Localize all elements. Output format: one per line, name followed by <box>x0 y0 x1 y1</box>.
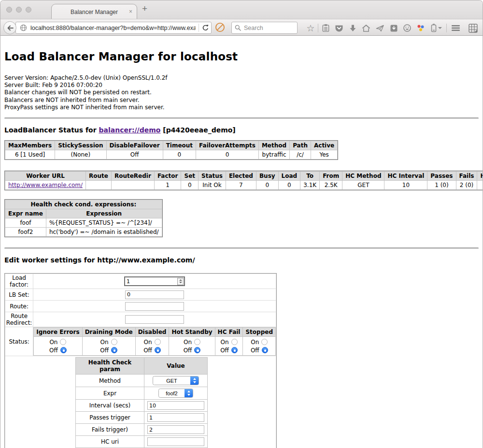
off-label: Off <box>184 347 192 354</box>
bookmarks-menu-icon[interactable] <box>320 23 331 33</box>
back-arrow-icon <box>7 25 14 31</box>
col-ignore-errors: Ignore Errors <box>34 328 82 337</box>
expr-table-title: Health check cond. expressions: <box>5 200 162 209</box>
status-label: Status: <box>5 327 33 356</box>
load-factor-input[interactable]: 1 <box>124 276 185 286</box>
lb-set-input[interactable] <box>125 290 184 299</box>
col-to: To <box>300 172 320 181</box>
radio-draining-mode-on[interactable] <box>111 339 117 345</box>
bookmark-star-icon[interactable]: ☆ <box>305 23 316 33</box>
table-caption-row: Health check cond. expressions: <box>5 200 162 209</box>
home-icon[interactable] <box>361 23 371 33</box>
url-text[interactable]: localhost:8880/balancer-manager?b=demo&w… <box>30 25 196 31</box>
radio-hc-fail-off[interactable] <box>231 347 238 353</box>
pocket-icon[interactable] <box>334 23 344 33</box>
colored-dots-icon[interactable] <box>415 23 426 33</box>
radio-ignore-errors-on[interactable] <box>60 339 66 345</box>
col-disabled: Disabled <box>135 328 169 337</box>
reload-icon[interactable] <box>202 24 209 31</box>
off-label: Off <box>49 347 58 354</box>
col-route: Route <box>86 172 112 181</box>
on-label: On <box>221 339 229 346</box>
load-factor-value: 1 <box>127 278 177 285</box>
col-stickysession: StickySession <box>55 141 106 150</box>
horizontal-rule <box>4 247 479 249</box>
server-built: Server Built: Feb 9 2016 07:00:20 <box>4 82 479 89</box>
window-close-button[interactable] <box>6 7 12 13</box>
on-label: On <box>143 339 152 346</box>
radio-hot-standby-on[interactable] <box>194 339 200 345</box>
browser-window: Balancer Manager × + localhost:8880/bala… <box>0 0 483 448</box>
number-stepper-icon[interactable] <box>177 278 184 285</box>
hc-row-uri: HC uri <box>76 436 208 448</box>
route-redirect-input[interactable] <box>125 315 184 324</box>
form-row-lb-set: LB Set: <box>5 289 276 301</box>
horizontal-rule <box>4 117 479 119</box>
send-tab-icon[interactable] <box>375 23 385 33</box>
table-header-row: Expr name Expression <box>5 209 162 218</box>
downloads-icon[interactable] <box>347 23 358 33</box>
search-bar[interactable]: Search <box>231 22 298 34</box>
on-label: On <box>251 339 259 346</box>
col-stopped: Stopped <box>243 328 276 337</box>
col-expression: Expression <box>46 209 162 218</box>
search-icon <box>235 25 241 31</box>
table-row: 6 [1 Used] (None) Off 0 0 bytraffic /c/ … <box>5 150 338 159</box>
edit-worker-form: Load factor: 1 LB Set: Route: <box>4 273 277 448</box>
radio-disabled-on[interactable] <box>155 339 161 345</box>
hc-fails-input[interactable] <box>147 425 204 434</box>
hc-interval-label: Interval (secs) <box>76 400 144 412</box>
menu-hamburger-icon[interactable] <box>450 23 461 33</box>
table-header-row: Worker URL Route RouteRedir Factor Set S… <box>5 172 483 181</box>
balancer-link[interactable]: balancer://demo <box>99 126 161 134</box>
load-factor-label: Load factor: <box>5 274 33 289</box>
tab-close-icon[interactable]: × <box>129 8 132 15</box>
notice-inherit-balancers: Balancers are NOT inherited from main se… <box>4 97 479 104</box>
radio-hot-standby-off[interactable] <box>194 347 200 353</box>
col-failoverattempts: FailoverAttempts <box>196 141 259 150</box>
grid-tiles-icon[interactable] <box>468 23 478 33</box>
radio-hc-fail-on[interactable] <box>231 339 238 345</box>
hc-interval-input[interactable] <box>147 401 204 410</box>
hc-row-interval: Interval (secs) <box>76 400 208 412</box>
hc-expr-select[interactable]: foof2 <box>158 389 193 398</box>
tab-balancer-manager[interactable]: Balancer Manager × <box>51 4 137 19</box>
hc-fails-label: Fails trigger) <box>76 424 144 436</box>
search-placeholder: Search <box>244 25 263 31</box>
hc-passes-input[interactable] <box>147 413 204 422</box>
url-bar[interactable]: localhost:8880/balancer-manager?b=demo&w… <box>15 22 212 34</box>
reader-save-icon[interactable] <box>388 23 399 33</box>
on-label: On <box>100 339 109 346</box>
radio-disabled-off[interactable] <box>155 347 161 353</box>
globe-icon <box>20 24 27 31</box>
col-set: Set <box>181 172 199 181</box>
worker-status-table: Worker URL Route RouteRedir Factor Set S… <box>4 171 483 190</box>
edit-worker-heading: Edit worker settings for http://www.exam… <box>4 256 479 264</box>
col-draining-mode: Draining Mode <box>82 328 135 337</box>
hc-uri-input[interactable] <box>147 437 204 446</box>
worker-url-link[interactable]: http://www.example.com/ <box>8 182 83 188</box>
off-label: Off <box>251 347 259 354</box>
col-status: Status <box>199 172 226 181</box>
content-block-icon[interactable] <box>215 22 225 34</box>
radio-stopped-off[interactable] <box>262 347 268 353</box>
chat-smiley-icon[interactable] <box>402 23 412 33</box>
window-minimize-button[interactable] <box>16 7 22 13</box>
route-input[interactable] <box>125 302 184 311</box>
table-row: foof2 hc('body') =~ /domain is establish… <box>5 228 162 237</box>
form-row-route-redirect: Route Redirect: <box>5 312 276 327</box>
new-tab-button[interactable]: + <box>142 3 147 14</box>
back-button[interactable] <box>3 21 16 34</box>
table-row: foof %{REQUEST_STATUS} =~ /^[234]/ <box>5 218 162 228</box>
page-content: Load Balancer Manager for localhost Serv… <box>0 36 483 448</box>
radio-ignore-errors-off[interactable] <box>60 347 67 353</box>
hc-expr-label: Expr <box>76 387 144 400</box>
hc-row-fails: Fails trigger) <box>76 424 208 436</box>
radio-draining-mode-off[interactable] <box>111 347 117 353</box>
window-zoom-button[interactable] <box>26 7 31 13</box>
col-active: Active <box>311 141 337 150</box>
balancer-heading-suffix: [p4420eeae_demo] <box>160 126 235 134</box>
hc-method-select[interactable]: GET <box>153 376 199 385</box>
overflow-caret-icon[interactable] <box>437 23 443 33</box>
radio-stopped-on[interactable] <box>261 339 268 345</box>
